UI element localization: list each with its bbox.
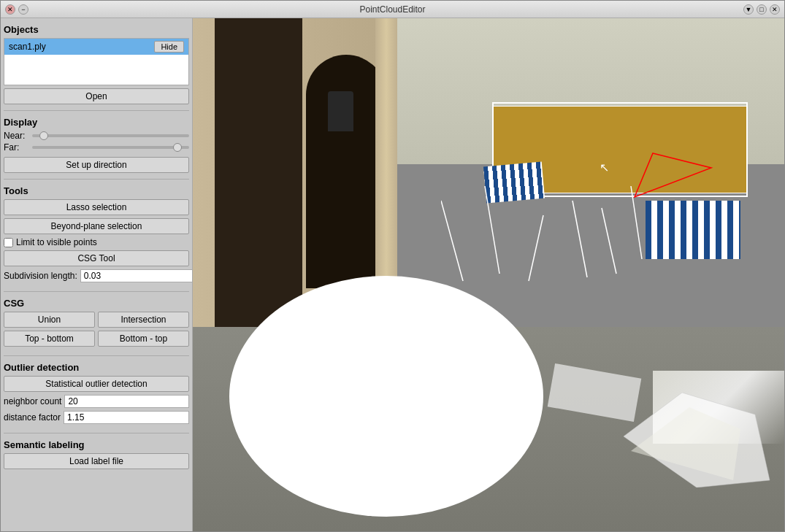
sidebar: Objects scan1.ply Hide Open Display Near… (1, 18, 193, 531)
svg-line-1 (441, 201, 463, 281)
divider-5 (4, 433, 189, 433)
minimize-button[interactable]: − (18, 4, 28, 15)
svg-line-3 (529, 215, 543, 281)
content-area: Objects scan1.ply Hide Open Display Near… (1, 18, 784, 531)
open-button[interactable]: Open (4, 88, 189, 104)
display-section-title: Display (4, 117, 189, 128)
pillar (375, 18, 397, 310)
svg-line-4 (573, 201, 587, 277)
tools-section: Tools Lasso selection Beyond-plane selec… (4, 182, 189, 285)
neighbor-count-input[interactable] (64, 395, 189, 408)
near-label: Near: (4, 131, 29, 141)
near-slider[interactable] (32, 134, 189, 137)
far-slider-row: Far: (4, 142, 189, 153)
close-button[interactable]: ✕ (5, 4, 15, 15)
object-item-scan[interactable]: scan1.ply Hide (4, 39, 188, 55)
titlebar: ✕ − PointCloudEditor ▼ □ ✕ (1, 1, 784, 18)
subdivision-length-input[interactable] (80, 269, 193, 282)
display-section: Display Near: Far: (4, 114, 189, 154)
limit-visible-row: Limit to visible points (4, 237, 189, 247)
point-cloud-circle (229, 276, 543, 517)
collapse-button[interactable]: ▼ (743, 4, 754, 15)
divider-4 (4, 355, 189, 356)
floor-debris (624, 393, 784, 487)
csg-section-title: CSG (4, 298, 189, 309)
csg-row-1: Union Intersection (4, 312, 189, 328)
objects-section-title: Objects (4, 24, 189, 35)
distance-factor-label: distance factor (4, 412, 61, 423)
divider-3 (4, 291, 189, 292)
divider-1 (4, 110, 189, 111)
svg-line-6 (631, 186, 642, 259)
limit-visible-label: Limit to visible points (16, 237, 97, 247)
svg-line-5 (602, 208, 616, 274)
titlebar-controls-right: ▼ □ ✕ (743, 4, 780, 15)
far-slider[interactable] (32, 146, 189, 149)
trash-can (328, 91, 353, 131)
objects-list: scan1.ply Hide (4, 38, 189, 85)
far-label: Far: (4, 142, 29, 153)
divider-2 (4, 179, 189, 180)
statistical-outlier-button[interactable]: Statistical outlier detection (4, 376, 189, 392)
top-bottom-button[interactable]: Top - bottom (4, 331, 95, 347)
lasso-selection-button[interactable]: Lasso selection (4, 199, 189, 215)
chair-outlines (441, 142, 660, 288)
csg-section: CSG Union Intersection Top - bottom Bott… (4, 295, 189, 350)
semantic-section: Semantic labeling Load label file (4, 436, 189, 472)
semantic-section-title: Semantic labeling (4, 439, 189, 450)
hide-button[interactable]: Hide (154, 41, 184, 53)
doorway (306, 55, 386, 288)
setup-direction-button[interactable]: Set up direction (4, 157, 189, 173)
bottom-top-button[interactable]: Bottom - top (98, 331, 189, 347)
distance-factor-row: distance factor (4, 411, 189, 424)
limit-visible-checkbox[interactable] (4, 238, 13, 247)
window-title: PointCloudEditor (359, 4, 425, 15)
svg-line-2 (485, 186, 499, 274)
neighbor-count-label: neighbor count (4, 396, 61, 406)
outlier-section-title: Outlier detection (4, 362, 189, 373)
3d-scene: ↖ (193, 18, 784, 531)
viewport[interactable]: ↖ (193, 18, 784, 531)
csg-row-2: Top - bottom Bottom - top (4, 331, 189, 347)
main-window: ✕ − PointCloudEditor ▼ □ ✕ Objects scan1… (0, 0, 785, 532)
restore-button[interactable]: □ (757, 4, 767, 15)
titlebar-controls-left: ✕ − (5, 4, 28, 15)
neighbor-count-row: neighbor count (4, 395, 189, 408)
distance-factor-input[interactable] (64, 411, 189, 424)
union-button[interactable]: Union (4, 312, 95, 328)
beyond-plane-button[interactable]: Beyond-plane selection (4, 218, 189, 234)
intersection-button[interactable]: Intersection (98, 312, 189, 328)
subdivision-length-label: Subdivision length: (4, 271, 77, 281)
csg-tool-button[interactable]: CSG Tool (4, 250, 189, 266)
tools-section-title: Tools (4, 185, 189, 196)
outlier-section: Outlier detection Statistical outlier de… (4, 359, 189, 427)
load-label-button[interactable]: Load label file (4, 453, 189, 469)
subdivision-length-row: Subdivision length: (4, 269, 189, 282)
object-filename: scan1.ply (9, 42, 46, 52)
maximize-button[interactable]: ✕ (770, 4, 780, 15)
near-slider-row: Near: (4, 131, 189, 141)
